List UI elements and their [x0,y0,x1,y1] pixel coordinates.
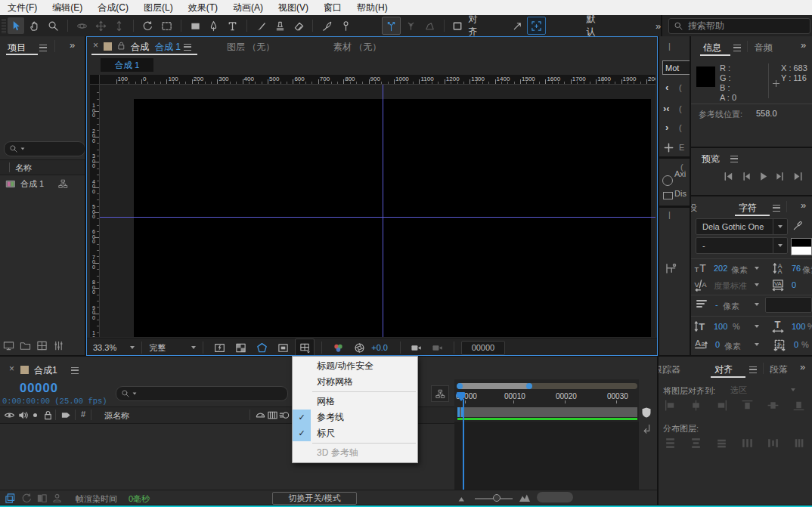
motion-blur-person-icon[interactable] [51,493,63,504]
menu-item-0[interactable]: 文件(F) [0,0,45,15]
tab-align[interactable]: 对齐 [714,363,733,376]
snap-label[interactable]: 对齐 [468,13,485,39]
chevron-down-icon[interactable] [755,343,759,346]
plus-icon[interactable] [663,142,674,153]
lock-icon[interactable] [116,41,126,51]
channel-and-color-button[interactable] [329,339,347,356]
tab-project[interactable]: 项目 [8,42,26,54]
chevron-in-icon[interactable]: ›‹ [663,103,670,114]
project-search-input[interactable] [4,141,85,156]
gizmo-mode-button[interactable] [527,17,546,35]
transparency-grid-button[interactable] [231,339,249,356]
align-panel-menu-icon[interactable] [749,366,757,373]
tab-preview[interactable]: 预览 [702,153,720,165]
menu-item-4[interactable]: 效果(T) [181,0,225,15]
playhead-marker[interactable] [457,392,465,397]
timeline-panel-menu-icon[interactable] [71,367,79,374]
distribute-horizontal-center-button[interactable] [767,437,779,450]
character-panel-menu-icon[interactable] [773,205,780,212]
split-view-icon[interactable] [36,493,48,504]
name-column-header[interactable]: 名称 [15,162,32,174]
comp-marker-icon[interactable] [640,423,651,434]
viewer-tab-label[interactable]: 合成 1 [115,60,140,71]
new-composition-icon[interactable] [36,340,48,351]
viewer-pasteboard[interactable] [100,85,655,337]
menu-item-8[interactable]: 帮助(H) [349,0,395,15]
flowchart-icon[interactable] [58,179,68,189]
distribute-right-button[interactable] [792,437,805,450]
stroke-style-dropdown[interactable] [765,297,812,313]
view-menu-item-3[interactable]: 网格 [293,394,417,410]
rotate-tool-button[interactable] [139,17,157,34]
tab-paragraph[interactable]: 段落 [770,363,795,376]
label-column-icon[interactable] [60,410,72,421]
font-family-dropdown[interactable]: Dela Gothic One [696,218,788,235]
work-area-start-handle[interactable] [457,407,460,417]
eraser-tool-button[interactable] [290,17,308,34]
next-frame-button[interactable] [775,171,786,182]
align-vertical-center-button[interactable] [767,399,779,412]
roto-brush-tool-button[interactable] [318,17,336,34]
tab-character[interactable]: 字符 [739,202,757,215]
nav-visible-region[interactable] [457,383,529,389]
resolution-dropdown[interactable]: 完整 [149,342,196,354]
layer-duration-bar[interactable] [457,418,637,420]
tab-info[interactable]: 信息 [703,42,721,54]
preview-time-field[interactable]: 00000 [461,341,505,355]
magnification-dropdown[interactable]: 33.3% [93,343,135,352]
font-style-dropdown[interactable]: - [696,237,788,254]
project-panel-menu-icon[interactable] [39,45,47,51]
project-columns-header[interactable]: 名称 [0,159,85,175]
project-settings-icon[interactable] [53,340,64,351]
video-visibility-column-icon[interactable] [4,410,15,421]
local-axis-mode-button[interactable] [382,17,401,35]
tsume-value[interactable]: 0 [794,340,798,349]
preview-time-value[interactable]: 00000 [472,343,495,352]
ruler-corner-box[interactable] [90,75,100,85]
nav-handle-right[interactable] [526,383,532,389]
timeline-zoom-slider-knob[interactable] [493,494,501,502]
menu-item-5[interactable]: 动画(A) [225,0,271,15]
time-ruler[interactable]: 00000000100002000030 [454,391,639,404]
chevron-left-icon[interactable]: ‹ [665,82,668,93]
mask-visibility-button[interactable] [253,339,271,356]
exposure-value[interactable]: +0.0 [371,343,388,352]
distribute-vertical-center-button[interactable] [690,437,702,450]
distribute-top-button[interactable] [664,437,677,450]
show-snapshot-icon[interactable] [429,339,447,356]
preview-panel-menu-icon[interactable] [730,156,738,162]
zoom-in-mountains-icon[interactable] [519,492,531,504]
horizontal-guide-line[interactable] [100,217,655,218]
chevron-down-icon[interactable] [755,267,759,270]
magnification-value[interactable]: 33.3% [93,343,116,352]
menu-item-7[interactable]: 窗口 [316,0,349,15]
current-frame-counter[interactable]: 00000 [20,381,58,395]
motion-blur-column-icon[interactable] [279,410,290,421]
vertical-ruler[interactable]: 1 0 02 0 03 0 04 0 05 0 06 0 07 0 08 0 0… [90,85,100,337]
tab-composition-label[interactable]: 合成 [131,41,149,54]
tab-audio[interactable]: 音频 [755,42,773,54]
character-panel-overflow-chevron[interactable]: » [801,199,806,211]
kerning-value[interactable]: 度量标准 [714,280,747,292]
fast-previews-button[interactable] [210,339,228,356]
motion-path-icon[interactable] [509,17,526,34]
frame-blend-toggle-icon[interactable] [21,493,33,504]
interpret-footage-icon[interactable] [3,340,14,351]
play-button[interactable] [758,171,769,182]
time-ruler-label[interactable]: 00010 [504,392,525,400]
shape-tool-button[interactable] [187,17,204,34]
take-snapshot-icon[interactable] [408,339,426,356]
vertical-scale-value[interactable]: 100 [714,322,727,331]
leading-value[interactable]: 76 [792,264,801,273]
chevron-down-icon[interactable] [755,325,759,328]
align-left-button[interactable] [664,399,677,412]
puppet-pin-tool-button[interactable] [337,17,355,34]
close-tab-icon[interactable]: × [9,363,14,374]
workspace-overflow-chevron[interactable]: » [655,20,661,32]
selection-tool-button[interactable] [8,17,25,34]
vertical-guide-line[interactable] [383,85,383,337]
distribute-left-button[interactable] [741,437,754,450]
time-ruler-label[interactable]: 00030 [607,392,628,400]
hand-tool-button[interactable] [26,17,43,34]
info-panel-menu-icon[interactable] [733,45,741,51]
